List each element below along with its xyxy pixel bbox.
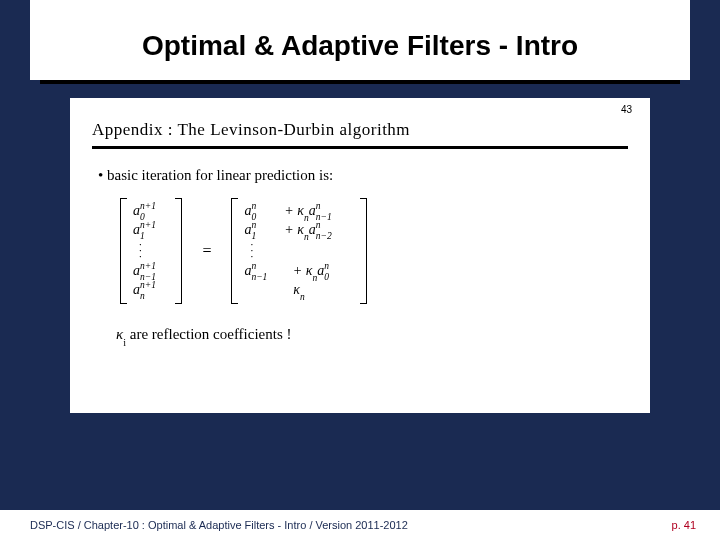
title-rule [40, 80, 680, 84]
appendix-heading: Appendix : The Levinson-Durbin algorithm [92, 120, 628, 140]
right-bracket-icon [360, 198, 367, 304]
reflection-text: are reflection coefficients ! [126, 326, 291, 342]
rhs-row-1: an0 + κnann−1 [244, 202, 353, 221]
vdots-icon: ··· [133, 240, 169, 262]
rhs-column: an0 + κnann−1 an1 + κnann−2 ··· ann−1 + … [238, 198, 359, 304]
lhs-row-4: an+1n [133, 281, 169, 300]
vdots-icon: ··· [244, 240, 353, 262]
slide-title: Optimal & Adaptive Filters - Intro [50, 14, 670, 70]
rhs-vector: an0 + κnann−1 an1 + κnann−2 ··· ann−1 + … [231, 198, 366, 304]
footer: DSP-CIS / Chapter-10 : Optimal & Adaptiv… [0, 510, 720, 540]
kappa-subscript: i [123, 337, 126, 348]
inner-page-number: 43 [621, 104, 632, 115]
slide: Optimal & Adaptive Filters - Intro 43 Ap… [0, 0, 720, 540]
appendix-rule [92, 146, 628, 149]
page-number: p. 41 [672, 519, 696, 531]
embedded-slide: 43 Appendix : The Levinson-Durbin algori… [70, 98, 650, 413]
left-bracket-icon [120, 198, 127, 304]
bullet-text: • basic iteration for linear prediction … [92, 167, 628, 184]
rhs-row-3: ann−1 + κnan0 [244, 262, 353, 281]
title-area: Optimal & Adaptive Filters - Intro [30, 0, 690, 80]
reflection-note: κi are reflection coefficients ! [92, 326, 628, 343]
footer-left-text: DSP-CIS / Chapter-10 : Optimal & Adaptiv… [30, 519, 408, 531]
lhs-column: an+10 an+11 ··· an+1n−1 an+1n [127, 198, 175, 304]
lhs-row-3: an+1n−1 [133, 262, 169, 281]
equals-sign: = [200, 242, 213, 260]
right-bracket-icon [175, 198, 182, 304]
lhs-row-2: an+11 [133, 221, 169, 240]
rhs-row-2: an1 + κnann−2 [244, 221, 353, 240]
left-bracket-icon [231, 198, 238, 304]
lhs-row-1: an+10 [133, 202, 169, 221]
matrix-equation: an+10 an+11 ··· an+1n−1 an+1n = an0 + κn… [92, 198, 628, 304]
lhs-vector: an+10 an+11 ··· an+1n−1 an+1n [120, 198, 182, 304]
rhs-row-4: κn [244, 281, 353, 300]
